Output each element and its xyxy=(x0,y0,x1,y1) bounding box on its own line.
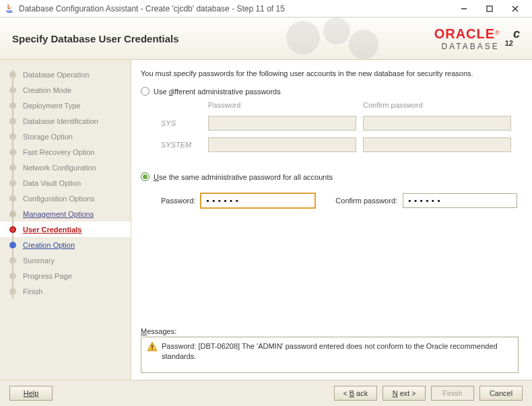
sys-password-input xyxy=(208,116,356,131)
nav-step-8[interactable]: Configuration Options xyxy=(0,191,131,206)
nav-bullet-icon xyxy=(9,102,16,109)
nav-step-6[interactable]: Network Configuration xyxy=(0,160,131,175)
nav-step-label: Deployment Type xyxy=(23,102,80,110)
nav-step-0[interactable]: Database Operation xyxy=(0,67,131,82)
radio-different-passwords[interactable]: Use different administrative passwords xyxy=(141,87,519,96)
nav-step-label: Summary xyxy=(23,257,55,265)
nav-bullet-icon xyxy=(9,226,16,233)
nav-step-label: Management Options xyxy=(23,210,94,218)
same-confirm-label: Confirm password: xyxy=(335,197,397,205)
close-button[interactable] xyxy=(502,1,528,17)
wizard-nav: Database OperationCreation ModeDeploymen… xyxy=(0,60,131,380)
nav-bullet-icon xyxy=(9,257,16,264)
nav-step-13: Progress Page xyxy=(0,268,131,283)
nav-step-12: Summary xyxy=(0,252,131,268)
nav-bullet-icon xyxy=(9,242,16,248)
nav-step-label: Creation Mode xyxy=(23,86,71,94)
svg-rect-9 xyxy=(152,349,153,350)
nav-step-label: Data Vault Option xyxy=(23,179,81,187)
nav-bullet-icon xyxy=(9,133,16,140)
nav-step-3[interactable]: Database Identification xyxy=(0,113,131,129)
cancel-button[interactable]: Cancel xyxy=(479,386,523,401)
nav-bullet-icon xyxy=(9,180,16,187)
sys-confirm-input xyxy=(363,116,511,131)
main-panel: You must specify passwords for the follo… xyxy=(131,60,532,380)
nav-bullet-icon xyxy=(9,87,16,94)
radio-different-input[interactable] xyxy=(141,87,149,96)
system-confirm-input xyxy=(363,137,511,152)
same-password-input[interactable] xyxy=(201,193,315,208)
nav-step-label: User Credentials xyxy=(23,226,81,234)
finish-button: Finish xyxy=(431,386,474,401)
same-confirm-input[interactable] xyxy=(403,193,517,208)
svg-point-4 xyxy=(286,21,320,55)
nav-step-2[interactable]: Deployment Type xyxy=(0,98,131,113)
same-password-label: Password: xyxy=(161,197,195,205)
nav-bullet-icon xyxy=(9,164,16,171)
minimize-button[interactable] xyxy=(451,1,477,17)
nav-step-5[interactable]: Fast Recovery Option xyxy=(0,144,131,160)
next-button[interactable]: Next > xyxy=(383,386,426,401)
radio-same-password[interactable]: Use the same administrative password for… xyxy=(141,172,519,181)
nav-bullet-icon xyxy=(9,288,16,295)
row-sys-label: SYS xyxy=(161,119,201,127)
nav-step-7[interactable]: Data Vault Option xyxy=(0,175,131,191)
brand-sub: DATABASE xyxy=(434,42,500,51)
nav-step-label: Configuration Options xyxy=(23,195,94,203)
nav-bullet-icon xyxy=(9,211,16,217)
messages-box: Password: [DBT-06208] The 'ADMIN' passwo… xyxy=(141,337,519,373)
nav-step-label: Creation Option xyxy=(23,241,75,249)
nav-bullet-icon xyxy=(9,149,16,156)
header-banner: Specify Database User Credentials ORACLE… xyxy=(0,18,532,60)
col-password-header: Password xyxy=(208,101,356,109)
nav-step-label: Finish xyxy=(23,287,42,296)
svg-point-6 xyxy=(349,30,378,59)
nav-bullet-icon xyxy=(9,71,16,78)
svg-point-5 xyxy=(323,18,350,44)
nav-bullet-icon xyxy=(9,273,16,279)
nav-step-1[interactable]: Creation Mode xyxy=(0,82,131,98)
svg-rect-8 xyxy=(152,345,153,348)
message-text: Password: [DBT-06208] The 'ADMIN' passwo… xyxy=(162,341,512,362)
system-password-input xyxy=(208,137,356,152)
gears-decoration xyxy=(276,18,397,60)
nav-step-4[interactable]: Storage Option xyxy=(0,129,131,144)
maximize-button[interactable] xyxy=(477,1,502,17)
nav-bullet-icon xyxy=(9,195,16,202)
back-button[interactable]: < Back xyxy=(334,386,377,401)
brand-word: ORACLE xyxy=(434,26,495,41)
radio-same-label: Use the same administrative password for… xyxy=(154,173,333,181)
warning-icon xyxy=(147,341,158,352)
window-titlebar: Database Configuration Assistant - Creat… xyxy=(0,0,532,18)
nav-step-label: Network Configuration xyxy=(23,164,96,172)
oracle-logo: ORACLE® DATABASE 12c xyxy=(434,26,520,51)
col-confirm-header: Confirm password xyxy=(363,101,511,109)
nav-step-label: Database Identification xyxy=(23,117,98,125)
nav-step-9[interactable]: Management Options xyxy=(0,206,131,222)
window-title: Database Configuration Assistant - Creat… xyxy=(19,4,451,13)
nav-step-label: Fast Recovery Option xyxy=(23,148,94,156)
nav-step-11[interactable]: Creation Option xyxy=(0,237,131,252)
page-title: Specify Database User Credentials xyxy=(12,33,179,44)
svg-rect-1 xyxy=(487,6,492,11)
radio-different-label: Use different administrative passwords xyxy=(154,88,281,96)
nav-bullet-icon xyxy=(9,118,16,125)
nav-step-label: Storage Option xyxy=(23,133,73,141)
nav-step-14: Finish xyxy=(0,283,131,299)
version-label: 12c xyxy=(505,26,520,51)
nav-step-10[interactable]: User Credentials xyxy=(0,222,131,237)
radio-same-input[interactable] xyxy=(141,172,149,181)
footer-bar: Help < Back Next > Finish Cancel xyxy=(0,380,532,406)
java-app-icon xyxy=(4,3,15,14)
nav-step-label: Progress Page xyxy=(23,272,72,280)
help-button[interactable]: Help xyxy=(9,386,53,401)
row-system-label: SYSTEM xyxy=(161,141,201,149)
messages-heading: Messages: xyxy=(141,327,519,335)
nav-step-label: Database Operation xyxy=(23,71,89,79)
instruction-text: You must specify passwords for the follo… xyxy=(141,69,519,77)
